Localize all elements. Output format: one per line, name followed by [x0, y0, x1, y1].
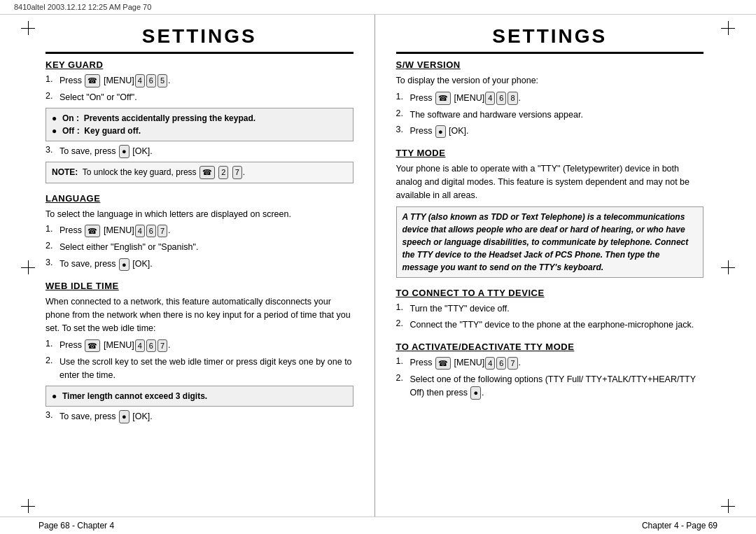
web-idle-step-1: 1. Press ☎ [MENU]467. — [46, 339, 354, 352]
key-guard-step-3: 3. To save, press ● [OK]. — [46, 145, 354, 158]
connect-tty-title: TO CONNECT TO A TTY DEVICE — [396, 288, 704, 298]
web-idle-step-3: 3. To save, press ● [OK]. — [46, 410, 354, 423]
menu-key: ☎ — [85, 74, 100, 87]
key-guard-section: KEY GUARD 1. Press ☎ [MENU]465. 2. Selec… — [46, 59, 354, 183]
key-guard-step-1: 1. Press ☎ [MENU]465. — [46, 74, 354, 87]
language-section: LANGUAGE To select the language in which… — [46, 193, 354, 271]
connect-tty-step-2: 2. Connect the "TTY" device to the phone… — [396, 318, 704, 332]
reg-mark-mr — [721, 260, 735, 274]
sw-version-step-3: 3. Press ● [OK]. — [396, 125, 704, 138]
reg-mark-tl — [21, 21, 35, 35]
key-guard-bullet-box: ● On : Prevents accidentally pressing th… — [46, 108, 354, 141]
web-idle-bullet-box: ● Timer length cannot exceed 3 digits. — [46, 386, 354, 407]
left-section-title: SETTINGS — [46, 25, 354, 54]
header-text: 8410altel 2003.12.12 12:25 AM Page 70 — [14, 3, 151, 11]
tty-mode-italic-box: A TTY (also known as TDD or Text Telepho… — [396, 206, 704, 278]
key-guard-step-2: 2. Select "On" or "Off". — [46, 91, 354, 104]
tty-mode-title: TTY MODE — [396, 148, 704, 158]
reg-mark-tr — [721, 21, 735, 35]
activate-tty-step-1: 1. Press ☎ [MENU]467. — [396, 356, 704, 370]
connect-tty-section: TO CONNECT TO A TTY DEVICE 1. Turn the "… — [396, 288, 704, 332]
sw-version-intro: To display the version of your phone: — [396, 74, 704, 87]
footer-left: Page 68 - Chapter 4 — [38, 521, 114, 531]
sw-version-section: S/W VERSION To display the version of yo… — [396, 59, 704, 138]
footer: Page 68 - Chapter 4 Chapter 4 - Page 69 — [0, 517, 756, 534]
reg-mark-ml — [21, 260, 35, 274]
page-container: 8410altel 2003.12.12 12:25 AM Page 70 SE… — [0, 0, 756, 534]
key-guard-title: KEY GUARD — [46, 59, 354, 70]
activate-tty-step-2: 2. Select one of the following options (… — [396, 373, 704, 400]
connect-tty-step-1: 1. Turn the "TTY" device off. — [396, 302, 704, 316]
web-idle-intro: When connected to a network, this featur… — [46, 295, 354, 335]
tty-mode-intro: Your phone is able to operate with a "TT… — [396, 162, 704, 202]
sw-version-title: S/W VERSION — [396, 59, 704, 70]
activate-tty-title: TO ACTIVATE/DEACTIVATE TTY MODE — [396, 342, 704, 352]
web-idle-step-2: 2. Use the scroll key to set the web idl… — [46, 356, 354, 382]
language-intro: To select the language in which letters … — [46, 208, 354, 221]
language-step-1: 1. Press ☎ [MENU]467. — [46, 224, 354, 237]
language-step-2: 2. Select either "English" or "Spanish". — [46, 241, 354, 254]
sw-version-step-2: 2. The software and hardware versions ap… — [396, 108, 704, 122]
web-idle-time-section: WEB IDLE TIME When connected to a networ… — [46, 281, 354, 423]
left-column: SETTINGS KEY GUARD 1. Press ☎ [MENU]465.… — [38, 15, 375, 517]
sw-version-step-1: 1. Press ☎ [MENU]468. — [396, 92, 704, 105]
web-idle-time-title: WEB IDLE TIME — [46, 281, 354, 291]
right-section-title: SETTINGS — [396, 25, 704, 54]
reg-mark-br — [721, 499, 735, 513]
activate-tty-section: TO ACTIVATE/DEACTIVATE TTY MODE 1. Press… — [396, 342, 704, 400]
right-column: SETTINGS S/W VERSION To display the vers… — [375, 15, 718, 517]
key-guard-note: NOTE: To unlock the key guard, press ☎ 2… — [46, 162, 354, 183]
language-step-3: 3. To save, press ● [OK]. — [46, 258, 354, 271]
footer-right: Chapter 4 - Page 69 — [642, 521, 718, 531]
language-title: LANGUAGE — [46, 193, 354, 204]
reg-mark-bl — [21, 499, 35, 513]
content-area: SETTINGS KEY GUARD 1. Press ☎ [MENU]465.… — [0, 15, 756, 517]
header-bar: 8410altel 2003.12.12 12:25 AM Page 70 — [0, 0, 756, 15]
tty-mode-section: TTY MODE Your phone is able to operate w… — [396, 148, 704, 277]
